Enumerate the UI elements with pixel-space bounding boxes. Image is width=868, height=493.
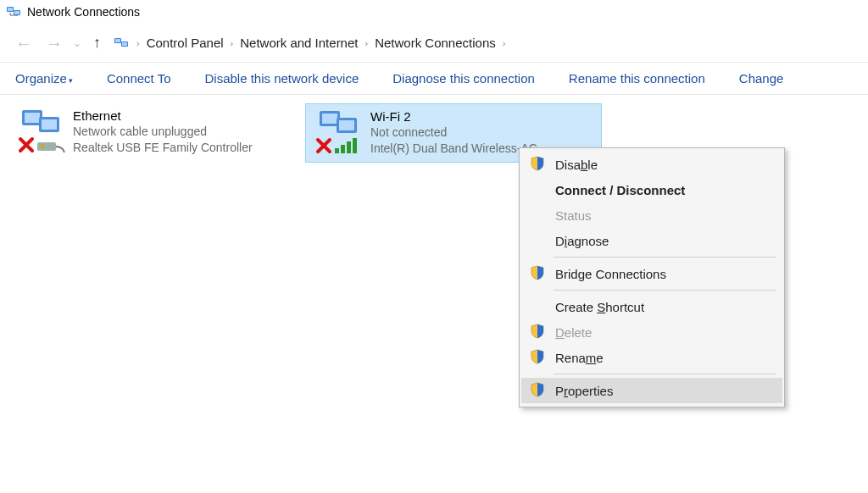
breadcrumb-control-panel[interactable]: Control Panel: [142, 36, 229, 50]
menu-label: Properties: [555, 384, 613, 398]
svg-rect-17: [322, 114, 337, 124]
svg-rect-7: [122, 42, 127, 46]
svg-rect-1: [8, 8, 13, 11]
svg-rect-3: [14, 11, 19, 14]
rename-connection-button[interactable]: Rename this connection: [569, 71, 705, 86]
navbar: ← → ⌄ ↑ › Control Panel › Network and In…: [0, 24, 868, 63]
connect-to-button[interactable]: Connect To: [107, 71, 171, 86]
menu-connect-disconnect[interactable]: Connect / Disconnect: [521, 177, 782, 202]
shield-icon: [530, 156, 550, 173]
shield-icon: [530, 349, 550, 366]
chevron-right-icon[interactable]: ›: [229, 38, 236, 48]
change-button[interactable]: Change: [739, 71, 784, 86]
menu-status: Status: [521, 202, 782, 228]
separator: [554, 257, 776, 258]
context-menu: Disable Connect / Disconnect Status Diag…: [519, 147, 785, 407]
shield-icon: [530, 265, 550, 282]
menu-label: Connect / Disconnect: [555, 183, 685, 197]
chevron-right-icon[interactable]: ›: [501, 38, 508, 48]
adapter-status: Network cable unplugged: [73, 124, 297, 140]
menu-label: Disable: [555, 158, 598, 172]
svg-rect-11: [42, 119, 57, 130]
adapter-name: Wi-Fi 2: [370, 109, 593, 124]
adapter-device: Realtek USB FE Family Controller: [73, 140, 297, 156]
no-icon: [530, 232, 550, 249]
up-button[interactable]: ↑: [85, 34, 109, 52]
no-icon: [530, 207, 550, 224]
organize-button[interactable]: Organize▾: [15, 71, 73, 86]
menu-diagnose[interactable]: Diagnose: [521, 228, 782, 253]
svg-rect-14: [37, 142, 56, 151]
svg-rect-23: [341, 145, 345, 153]
forward-button[interactable]: →: [39, 35, 70, 52]
shield-icon: [530, 324, 550, 341]
adapter-name: Ethernet: [73, 108, 297, 123]
separator: [554, 374, 776, 374]
breadcrumb-network-and-internet[interactable]: Network and Internet: [235, 36, 363, 50]
menu-label: Diagnose: [555, 234, 609, 248]
menu-label: Delete: [555, 325, 592, 340]
menu-create-shortcut[interactable]: Create Shortcut: [521, 294, 782, 319]
network-adapter-icon: [17, 108, 68, 156]
svg-rect-5: [115, 39, 120, 42]
menu-rename[interactable]: Rename: [521, 345, 782, 370]
svg-rect-19: [339, 120, 354, 130]
menu-properties[interactable]: Properties: [521, 378, 782, 403]
adapter-ethernet[interactable]: Ethernet Network cable unplugged Realtek…: [8, 103, 305, 163]
svg-rect-15: [41, 144, 44, 149]
breadcrumb-network-connections[interactable]: Network Connections: [370, 36, 501, 50]
menu-label: Create Shortcut: [555, 300, 644, 314]
separator: [554, 290, 776, 291]
chevron-right-icon[interactable]: ›: [135, 38, 142, 48]
shield-icon: [530, 382, 550, 399]
svg-rect-25: [353, 138, 357, 153]
caret-down-icon: ▾: [69, 76, 73, 85]
svg-rect-24: [347, 141, 351, 153]
recent-locations-button[interactable]: ⌄: [70, 38, 85, 48]
disable-device-button[interactable]: Disable this network device: [204, 71, 359, 86]
chevron-right-icon[interactable]: ›: [363, 38, 370, 48]
menu-disable[interactable]: Disable: [521, 152, 782, 177]
window-title: Network Connections: [27, 5, 140, 19]
menu-delete: Delete: [521, 319, 782, 345]
no-icon: [530, 298, 550, 315]
folder-icon: [114, 36, 130, 50]
network-adapter-icon: [314, 109, 365, 157]
titlebar: Network Connections: [0, 0, 868, 24]
network-connections-icon: [7, 5, 22, 19]
addressbar[interactable]: › Control Panel › Network and Internet ›…: [114, 36, 860, 50]
menu-label: Status: [555, 208, 592, 223]
back-button[interactable]: ←: [8, 35, 39, 52]
diagnose-connection-button[interactable]: Diagnose this connection: [392, 71, 535, 86]
no-icon: [530, 181, 550, 198]
svg-rect-22: [335, 148, 339, 153]
menu-label: Rename: [555, 351, 604, 365]
menu-bridge-connections[interactable]: Bridge Connections: [521, 261, 782, 286]
menu-label: Bridge Connections: [555, 267, 666, 281]
svg-rect-9: [25, 113, 40, 123]
adapter-status: Not connected: [370, 125, 593, 141]
toolbar: Organize▾ Connect To Disable this networ…: [0, 63, 868, 95]
